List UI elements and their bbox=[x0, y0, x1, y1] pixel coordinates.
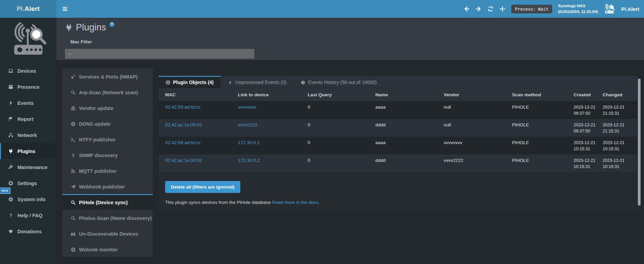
main-content: Plugins ? Mac Filter Services & Ports (N… bbox=[56, 18, 644, 264]
clock-icon bbox=[301, 80, 305, 85]
plugin-objects-table: MAC Link to device Last Query Name Vendo… bbox=[159, 88, 637, 172]
table-row: 02:42:59:ad:fd:cc 172.30.0.1 0 aaaa vvvv… bbox=[159, 137, 637, 154]
table-row: 02:42:ac:1e:00:02 172.30.0.2 0 dddd vvvv… bbox=[159, 154, 637, 172]
top-bar: Pi.Alert Process: Wait Synology-NAS (01/… bbox=[0, 0, 644, 18]
heart-icon bbox=[8, 229, 14, 234]
device-link[interactable]: vvvvvvvv bbox=[238, 104, 308, 119]
terminal-icon bbox=[70, 137, 76, 142]
changed-cell: 2023-12-2110:15:31 bbox=[603, 157, 631, 172]
process-status-badge: Process: Wait bbox=[511, 5, 552, 13]
sidebar-item-devices[interactable]: Devices bbox=[0, 63, 56, 79]
sidebar-toggle-icon[interactable] bbox=[62, 6, 68, 12]
chip-icon bbox=[8, 197, 14, 202]
rss-icon bbox=[70, 169, 76, 173]
last-query-cell: 0 bbox=[308, 140, 375, 154]
created-cell: 2023-12-2110:15:31 bbox=[574, 157, 603, 172]
bank-icon bbox=[70, 106, 76, 111]
tab-unprocessed-events[interactable]: Unprocessed Events (0) bbox=[221, 76, 294, 88]
scan-method-cell: PIHOLE bbox=[512, 140, 574, 154]
plugin-item-ntfy-publisher[interactable]: NTFY publisher bbox=[62, 131, 153, 147]
name-cell: dddd bbox=[375, 122, 444, 137]
plugin-item-arp-scan[interactable]: Arp-Scan (Network scan) bbox=[62, 84, 153, 100]
vendor-cell: vvvvvvvv bbox=[444, 140, 512, 154]
sidebar-item-maintenance[interactable]: Maintenance bbox=[0, 159, 56, 175]
help-badge[interactable]: ? bbox=[109, 22, 115, 27]
name-cell: aaaa bbox=[375, 140, 444, 154]
sidebar-item-donations[interactable]: Donations bbox=[0, 223, 56, 239]
created-cell: 2023-12-2109:37:50 bbox=[574, 104, 603, 119]
wrench-icon bbox=[8, 165, 14, 170]
host-name: Synology-NAS bbox=[558, 3, 598, 9]
mac-link[interactable]: 02:42:59:ad:fd:cc bbox=[165, 140, 238, 154]
refresh-icon[interactable] bbox=[487, 6, 494, 12]
sidebar-item-network[interactable]: Network bbox=[0, 127, 56, 143]
name-cell: dddd bbox=[375, 157, 444, 172]
scan-method-cell: PIHOLE bbox=[512, 122, 574, 137]
sidebar: Devices Presence Events Report Network P… bbox=[0, 18, 56, 264]
plugin-item-webhook-publisher[interactable]: Webhook publisher bbox=[62, 178, 153, 194]
host-info: Synology-NAS (01/01/2024, 11:31:04) bbox=[558, 3, 598, 14]
forward-arrow-icon[interactable] bbox=[475, 6, 482, 12]
device-link[interactable]: 172.30.0.2 bbox=[238, 157, 308, 172]
satellite-dish-icon bbox=[70, 74, 76, 79]
brand-logo: Pi.Alert bbox=[0, 0, 56, 18]
globe-icon bbox=[70, 122, 76, 126]
bolt-icon bbox=[228, 80, 232, 85]
plugin-item-ddns-update[interactable]: DDNS update bbox=[62, 115, 153, 131]
plug-title-icon bbox=[65, 24, 73, 33]
mac-link[interactable]: 02:42:ac:1e:00:02 bbox=[165, 122, 238, 137]
laptop-icon bbox=[8, 68, 14, 73]
created-cell: 2023-12-2109:37:50 bbox=[574, 122, 603, 137]
table-header-row: MAC Link to device Last Query Name Vendo… bbox=[159, 88, 637, 101]
bolt-icon bbox=[8, 100, 14, 106]
last-query-cell: 0 bbox=[308, 122, 375, 137]
pialert-router-logo bbox=[10, 23, 47, 57]
vendor-cell: null bbox=[444, 104, 512, 119]
created-cell: 2023-12-2110:15:31 bbox=[574, 140, 603, 154]
search-icon bbox=[70, 90, 76, 95]
vendor-cell: null bbox=[444, 122, 512, 137]
plugin-item-website-monitor[interactable]: Website monitor bbox=[62, 241, 153, 257]
sidebar-nav: Devices Presence Events Report Network P… bbox=[0, 63, 56, 239]
brand-right-text: Pi.Alert bbox=[621, 6, 639, 12]
read-docs-link[interactable]: Read more in the docs. bbox=[272, 200, 320, 205]
search-icon bbox=[70, 200, 76, 205]
plugin-item-pihole-device-sync[interactable]: PiHole (Device sync) bbox=[62, 194, 153, 210]
vertical-scrollbar[interactable] bbox=[638, 79, 641, 206]
plugin-item-services-ports[interactable]: Services & Ports (NMAP) bbox=[62, 68, 153, 84]
sidebar-item-report[interactable]: Report bbox=[0, 111, 56, 127]
delete-all-button[interactable]: Delete all (filters are ignored) bbox=[165, 181, 240, 193]
plugin-item-undiscoverable-devices[interactable]: Un-Discoverable Devices bbox=[62, 225, 153, 241]
pialert-logo-icon bbox=[604, 4, 615, 14]
binoculars-icon bbox=[70, 232, 76, 236]
question-icon: ? bbox=[8, 213, 14, 218]
sidebar-item-events[interactable]: Events bbox=[0, 95, 56, 111]
sidebar-item-plugins[interactable]: Plugins bbox=[0, 143, 56, 159]
search-icon bbox=[70, 216, 76, 221]
sidebar-item-presence[interactable]: Presence bbox=[0, 79, 56, 95]
device-link[interactable]: vvvv2222 bbox=[238, 122, 308, 137]
device-link[interactable]: 172.30.0.1 bbox=[238, 140, 308, 154]
sidebar-item-help-faq[interactable]: ?Help / FAQ bbox=[0, 207, 56, 223]
back-arrow-icon[interactable] bbox=[464, 6, 470, 12]
last-query-cell: 0 bbox=[308, 104, 375, 119]
tab-plugin-objects[interactable]: Plugin Objects (4) bbox=[159, 76, 221, 88]
gear-icon bbox=[8, 181, 14, 186]
plugin-item-vendor-update[interactable]: Vendor update bbox=[62, 100, 153, 115]
table-row: 02:42:ac:1e:00:02 vvvv2222 0 dddd null P… bbox=[159, 119, 637, 137]
tab-bar: Plugin Objects (4) Unprocessed Events (0… bbox=[159, 76, 637, 88]
name-cell: aaaa bbox=[375, 104, 444, 119]
mac-link[interactable]: 02:42:ac:1e:00:02 bbox=[165, 157, 238, 172]
move-fullscreen-icon[interactable] bbox=[499, 6, 506, 12]
mac-link[interactable]: 02:42:59:ad:fd:cc bbox=[165, 104, 238, 119]
plugin-item-pholus-scan[interactable]: Pholus-Scan (Name discovery) bbox=[62, 210, 153, 225]
tab-events-history[interactable]: Events History (50 out of 10000) bbox=[294, 76, 384, 88]
new-feature-badge: NEW bbox=[0, 187, 11, 194]
mac-filter-input[interactable] bbox=[65, 49, 254, 59]
plugin-item-mqtt-publisher[interactable]: MQTT publisher bbox=[62, 163, 153, 178]
last-query-cell: 0 bbox=[308, 157, 375, 172]
plugin-description: This plugin syncs devices from the PiHol… bbox=[165, 200, 631, 205]
vendor-cell: vvvv2222 bbox=[444, 157, 512, 172]
svg-text:S: S bbox=[72, 153, 75, 158]
plugin-item-snmp-discovery[interactable]: SSNMP discovery bbox=[62, 147, 153, 163]
